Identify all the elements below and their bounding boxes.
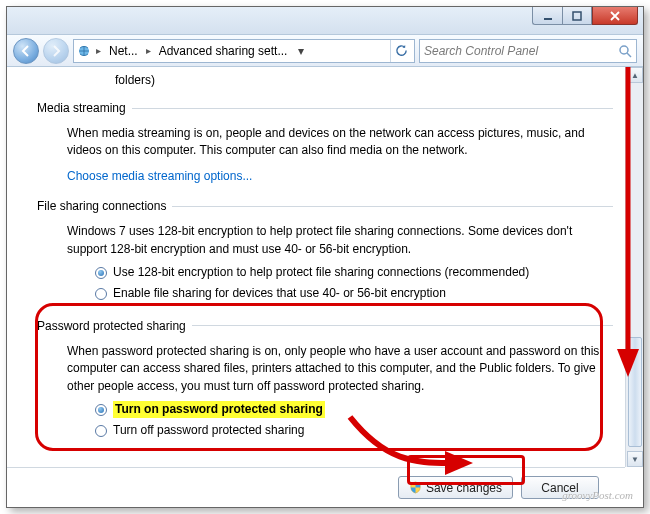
search-placeholder: Search Control Panel [424, 44, 614, 58]
search-icon [618, 44, 632, 58]
window: ▸ Net... ▸ Advanced sharing sett... ▾ Se… [6, 6, 644, 508]
divider [172, 206, 613, 207]
svg-rect-1 [573, 12, 581, 20]
radio-label: Use 128-bit encryption to help protect f… [113, 264, 529, 281]
content-area: folders) Media streaming When media stre… [7, 67, 625, 467]
chevron-right-icon: ▸ [144, 45, 153, 56]
radio-icon [95, 288, 107, 300]
search-input[interactable]: Search Control Panel [419, 39, 637, 63]
back-button[interactable] [13, 38, 39, 64]
radio-pwd-off[interactable]: Turn off password protected sharing [67, 420, 607, 441]
scroll-thumb[interactable] [628, 337, 642, 447]
button-label: Save changes [426, 481, 502, 495]
watermark: groovyPost.com [562, 489, 633, 501]
address-bar[interactable]: ▸ Net... ▸ Advanced sharing sett... ▾ [73, 39, 415, 63]
section-title-media: Media streaming [37, 101, 126, 115]
shield-icon [409, 481, 422, 494]
network-icon [76, 43, 92, 59]
radio-4056bit[interactable]: Enable file sharing for devices that use… [67, 283, 607, 304]
chevron-right-icon: ▸ [94, 45, 103, 56]
file-body: Windows 7 uses 128-bit encryption to hel… [37, 213, 613, 258]
media-options-link[interactable]: Choose media streaming options... [37, 168, 613, 185]
svg-point-3 [620, 46, 628, 54]
prev-section-fragment: folders) [37, 73, 613, 87]
close-button[interactable] [592, 7, 638, 25]
button-row: Save changes Cancel [7, 467, 625, 507]
radio-label: Turn off password protected sharing [113, 422, 304, 439]
media-body: When media streaming is on, people and d… [37, 115, 613, 160]
radio-label: Enable file sharing for devices that use… [113, 285, 446, 302]
refresh-button[interactable] [390, 40, 412, 62]
scroll-down-button[interactable]: ▼ [627, 451, 643, 467]
radio-label: Turn on password protected sharing [113, 401, 325, 418]
maximize-button[interactable] [562, 7, 592, 25]
titlebar [7, 7, 643, 35]
forward-button[interactable] [43, 38, 69, 64]
breadcrumb-seg-1[interactable]: Net... [105, 44, 142, 58]
scroll-up-button[interactable]: ▲ [627, 67, 643, 83]
navbar: ▸ Net... ▸ Advanced sharing sett... ▾ Se… [7, 35, 643, 67]
radio-pwd-on[interactable]: Turn on password protected sharing [67, 399, 607, 420]
scrollbar[interactable]: ▲ ▼ [625, 67, 643, 467]
radio-icon [95, 404, 107, 416]
section-title-file: File sharing connections [37, 199, 166, 213]
breadcrumb-dropdown[interactable]: ▾ [293, 44, 309, 58]
radio-icon [95, 267, 107, 279]
pwd-body: When password protected sharing is on, o… [37, 333, 613, 395]
save-changes-button[interactable]: Save changes [398, 476, 513, 499]
radio-icon [95, 425, 107, 437]
svg-rect-0 [544, 18, 552, 20]
section-title-pwd: Password protected sharing [37, 319, 186, 333]
radio-128bit[interactable]: Use 128-bit encryption to help protect f… [67, 262, 607, 283]
breadcrumb-seg-2[interactable]: Advanced sharing sett... [155, 44, 292, 58]
divider [192, 325, 613, 326]
divider [132, 108, 613, 109]
svg-line-4 [627, 53, 631, 57]
minimize-button[interactable] [532, 7, 562, 25]
